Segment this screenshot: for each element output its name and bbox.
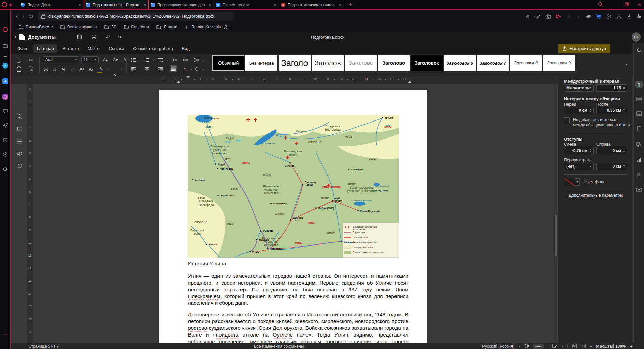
read-aloud-speaker-icon[interactable]: [17, 151, 22, 157]
text-art-panel-icon[interactable]: Ta: [634, 172, 644, 177]
before-stepper[interactable]: 0 см: [564, 107, 594, 114]
paragraph-panel-icon[interactable]: ¶: [634, 81, 644, 88]
document-scrollbar[interactable]: [554, 84, 557, 343]
url-field[interactable]: disk.yandex.ru/edit/disk/disk%2FМои%20ра…: [38, 12, 234, 21]
zoom-level[interactable]: Масштаб 100%: [596, 344, 625, 349]
send-flow-icon[interactable]: [0, 123, 10, 128]
left-indent-stepper[interactable]: -0.75 см: [564, 147, 594, 154]
doc-search-icon[interactable]: [17, 114, 22, 120]
more-params-link[interactable]: Дополнительные параметры: [569, 193, 623, 198]
no-interval-checkbox[interactable]: [564, 117, 570, 123]
copy-icon[interactable]: [15, 57, 23, 63]
language-select[interactable]: Русский (Россия): [482, 344, 514, 349]
settings-gear-icon[interactable]: ⚙: [0, 166, 10, 172]
line-spacing-icon[interactable]: [193, 57, 200, 63]
font-size-select[interactable]: 11: [81, 56, 99, 63]
minimize-icon[interactable]: —: [612, 2, 616, 7]
extensions-box-icon[interactable]: [0, 152, 10, 157]
briefcase-icon[interactable]: [0, 43, 10, 48]
mail-merge-panel-icon[interactable]: [634, 188, 644, 192]
downloads-icon[interactable]: [626, 14, 632, 19]
font-color-chevron-icon[interactable]: ▾: [118, 65, 125, 72]
tune-sliders-icon[interactable]: [636, 14, 642, 19]
save-icon[interactable]: [77, 34, 82, 41]
paste-icon[interactable]: [15, 65, 23, 72]
right-indent-stepper[interactable]: 0 см: [596, 147, 627, 154]
vertical-ruler[interactable]: 211234567891011121314151617: [27, 84, 33, 343]
horizontal-ruler[interactable]: 211234567891011121314151617: [11, 76, 558, 84]
forward-icon[interactable]: ›: [22, 13, 24, 19]
redo-icon[interactable]: ↷: [118, 34, 122, 41]
snapshot-camera-icon[interactable]: [545, 14, 551, 19]
gx-workspace-icon[interactable]: ◈: [9, 2, 14, 7]
menu-макет[interactable]: Макет: [84, 44, 104, 53]
new-tab-button[interactable]: +: [349, 0, 352, 9]
style-cell[interactable]: Заголовок 9: [543, 55, 575, 71]
avatar[interactable]: РК: [632, 32, 641, 42]
planet-icon[interactable]: [586, 14, 591, 19]
align-justify-icon[interactable]: [170, 65, 177, 72]
zoom-in-button[interactable]: +: [630, 344, 633, 349]
align-left-icon[interactable]: [130, 65, 137, 72]
fit-width-icon[interactable]: [581, 344, 586, 349]
send-arrow-icon[interactable]: [555, 14, 561, 19]
tab-close-icon[interactable]: ✕: [79, 3, 81, 7]
style-cell[interactable]: Заголовок 7: [477, 55, 509, 71]
bookmark-item[interactable]: Всякая всячина: [60, 25, 97, 29]
bg-color-swatch[interactable]: [564, 178, 575, 186]
underline-button[interactable]: Ч: [60, 65, 67, 72]
info-icon[interactable]: [17, 163, 22, 170]
image-panel-icon[interactable]: [634, 111, 644, 116]
cut-scissors-icon[interactable]: ✂: [27, 57, 35, 63]
line-spacing-select[interactable]: Множитель: [564, 84, 594, 92]
document-text[interactable]: История Углича: Углич — один из замечате…: [188, 260, 408, 343]
favorites-heart-icon[interactable]: ♡: [565, 14, 571, 19]
shapes-panel-icon[interactable]: [634, 142, 644, 147]
telegram-icon[interactable]: ➤: [0, 63, 10, 69]
highlight-chevron-icon[interactable]: ▾: [104, 65, 112, 72]
maximize-icon[interactable]: [625, 2, 629, 7]
browser-tab[interactable]: Просвещение за один ден✕: [149, 0, 214, 9]
strikethrough-button[interactable]: Ŧ: [68, 65, 76, 72]
tab-close-icon[interactable]: ✕: [144, 3, 146, 7]
increase-font-icon[interactable]: A▴: [101, 56, 109, 63]
bulleted-list-chevron-icon[interactable]: ▾: [137, 57, 144, 63]
tab-close-icon[interactable]: ✕: [274, 3, 276, 7]
language-chevron-icon[interactable]: [518, 346, 520, 347]
track-changes-chevron-icon[interactable]: [561, 346, 563, 347]
back-icon[interactable]: ‹: [16, 13, 18, 19]
reload-icon[interactable]: ↻: [29, 13, 33, 20]
page-panel-icon[interactable]: [634, 126, 644, 131]
menu-вид[interactable]: Вид: [178, 44, 194, 53]
table-panel-icon[interactable]: [634, 97, 644, 101]
change-case-icon[interactable]: Aa: [122, 56, 130, 63]
after-stepper[interactable]: 0.35 см: [596, 107, 627, 114]
print-icon[interactable]: [91, 34, 97, 41]
sidebar-setup-dots-icon[interactable]: ⋯: [0, 331, 10, 337]
bookmark-item[interactable]: Roman Kostenko @...: [184, 25, 231, 29]
align-right-icon[interactable]: [157, 65, 164, 72]
workspace-icon[interactable]: [0, 27, 10, 32]
increase-indent-icon[interactable]: [182, 57, 189, 63]
style-cell[interactable]: Заголовок: [411, 55, 443, 71]
browser-tab[interactable]: vkПишем вместе✕: [214, 0, 279, 9]
shopping-cart-icon[interactable]: [596, 14, 602, 19]
menu-файл[interactable]: Файл: [14, 44, 32, 53]
italic-button[interactable]: K: [51, 65, 58, 72]
decrease-indent-icon[interactable]: [171, 57, 178, 63]
collapse-dash-icon[interactable]: –: [0, 53, 10, 59]
align-center-icon[interactable]: [143, 65, 151, 72]
cube-icon[interactable]: [606, 14, 612, 19]
decrease-font-icon[interactable]: A▾: [112, 56, 119, 63]
style-cell[interactable]: Заголо: [279, 55, 311, 71]
shading-chevron-icon[interactable]: ▾: [200, 65, 207, 72]
bg-color-chevron[interactable]: [575, 178, 580, 186]
panel-search-icon[interactable]: [634, 48, 644, 53]
multilevel-list-chevron-icon[interactable]: ▾: [164, 57, 171, 63]
line-spacing-chevron-icon[interactable]: ▾: [199, 57, 207, 63]
bookmark-item[interactable]: 3D: [104, 25, 116, 29]
page-indicator[interactable]: Страница 5 из 7: [28, 344, 59, 349]
select-icon[interactable]: [27, 65, 35, 72]
bookmark-item[interactable]: Яндекс: [156, 25, 177, 29]
globe-icon[interactable]: [524, 344, 529, 349]
